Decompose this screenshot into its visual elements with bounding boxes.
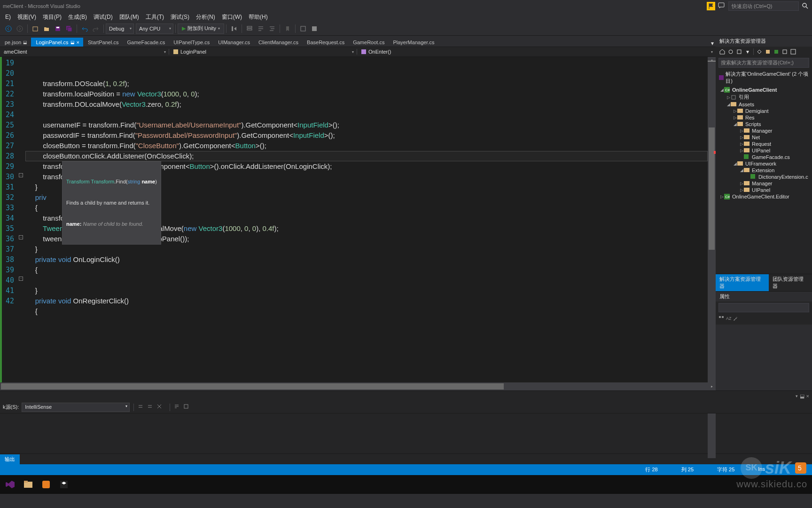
vertical-scrollbar[interactable]: ▴	[708, 57, 716, 382]
tree-toggle-icon[interactable]: ▷	[733, 115, 737, 120]
tree-toggle-icon[interactable]: ▷	[739, 188, 744, 192]
tree-item[interactable]: ▷Manager	[716, 127, 812, 134]
tree-item[interactable]: ▷引用	[716, 93, 812, 101]
redo-icon[interactable]	[91, 24, 101, 34]
filter-icon-2[interactable]	[773, 48, 780, 56]
tree-item[interactable]: ◢C#OnlineGameClient	[716, 87, 812, 93]
search-icon[interactable]	[802, 2, 808, 10]
tree-toggle-icon[interactable]: ▷	[739, 135, 744, 140]
tree-item[interactable]: ◢Scripts	[716, 121, 812, 127]
tab-overflow-icon[interactable]: ▾	[711, 40, 716, 47]
tree-item[interactable]: ▷Net	[716, 134, 812, 141]
tree-item[interactable]: DictionaryExtension.c	[716, 174, 812, 180]
fold-toggle[interactable]: −	[19, 277, 23, 281]
vs-taskbar-icon[interactable]	[3, 477, 18, 492]
dropdown-icon[interactable]: ▾	[796, 394, 798, 398]
app-taskbar-icon[interactable]	[39, 477, 54, 492]
explorer-taskbar-icon[interactable]	[21, 477, 36, 492]
properties-object-dropdown[interactable]	[718, 303, 809, 312]
document-tab[interactable]: pe.json⬓	[0, 38, 31, 47]
fold-toggle[interactable]: −	[19, 235, 23, 239]
clear-icon[interactable]	[156, 404, 166, 411]
menu-debug[interactable]: 调试(D)	[90, 12, 116, 22]
alphabetical-icon[interactable]: AZ	[726, 316, 731, 323]
tree-toggle-icon[interactable]: ▷	[733, 109, 737, 113]
feedback-icon[interactable]	[718, 2, 726, 10]
tree-toggle-icon[interactable]: ▷	[719, 194, 724, 199]
wrench-icon[interactable]	[733, 316, 738, 323]
bookmark-icon[interactable]	[282, 24, 293, 34]
output-source-dropdown[interactable]: IntelliSense	[22, 403, 130, 412]
document-tab[interactable]: LoginPanel.cs⬓×	[31, 38, 83, 47]
document-tab[interactable]: PlayerManager.cs	[388, 38, 438, 47]
tree-toggle-icon[interactable]: ◢	[733, 122, 737, 127]
menu-file[interactable]: E)	[2, 13, 14, 21]
tree-item[interactable]: ▷C#OnlineGameClient.Editor	[716, 193, 812, 200]
properties-icon[interactable]	[781, 48, 789, 56]
document-tab[interactable]: ClientManager.cs	[254, 38, 302, 47]
notification-flag-icon[interactable]	[707, 2, 715, 10]
output-content[interactable]	[0, 413, 812, 453]
quick-launch-input[interactable]: 快速启动 (Ctrl+Q)	[728, 1, 799, 11]
filter-icon-1[interactable]	[764, 48, 772, 56]
tree-item[interactable]: ◢Assets	[716, 101, 812, 108]
tree-toggle-icon[interactable]: ◢	[719, 87, 724, 92]
tree-item[interactable]: ◢UIFramework	[716, 160, 812, 167]
fold-toggle[interactable]: −	[19, 173, 23, 177]
tool-icon-2[interactable]	[309, 24, 320, 34]
find-icon[interactable]	[244, 24, 255, 34]
toggle-icon[interactable]	[183, 404, 193, 411]
home-icon[interactable]	[718, 48, 726, 56]
code-editor[interactable]: 1920212223242526272829303132333435363738…	[0, 57, 716, 382]
horizontal-scrollbar[interactable]: ▸	[0, 382, 716, 390]
new-project-icon[interactable]	[30, 24, 40, 34]
tree-item[interactable]: ▷Demigiant	[716, 108, 812, 114]
tool-icon-1[interactable]	[298, 24, 308, 34]
close-icon[interactable]: ×	[806, 393, 809, 399]
tree-toggle-icon[interactable]: ◢	[739, 168, 744, 173]
tree-toggle-icon[interactable]: ▷	[726, 95, 731, 100]
solution-node[interactable]: 解决方案'OnlineGameClient' (2 个项目)	[716, 69, 812, 87]
unity-taskbar-icon[interactable]	[56, 477, 71, 492]
tree-item[interactable]: ▷UIPanel	[716, 147, 812, 154]
configuration-dropdown[interactable]: Debug	[106, 24, 134, 34]
tab-team-explorer[interactable]: 团队资源管理器	[769, 274, 812, 291]
document-tab[interactable]: GameRoot.cs	[348, 38, 388, 47]
tree-toggle-icon[interactable]: ▷	[739, 128, 744, 133]
nav-forward-icon[interactable]	[15, 24, 25, 34]
nav-project-dropdown[interactable]: ameClient	[0, 49, 169, 55]
tab-output[interactable]: 输出	[0, 454, 20, 464]
tree-item[interactable]: ▷Res	[716, 114, 812, 121]
menu-view[interactable]: 视图(V)	[14, 12, 39, 22]
platform-dropdown[interactable]: Any CPU	[136, 24, 173, 34]
code-content[interactable]: transform.DOScale(1, 0.2f); transform.lo…	[25, 57, 708, 382]
tab-solution-explorer[interactable]: 解决方案资源管理器	[716, 274, 769, 291]
close-icon[interactable]: ×	[77, 40, 79, 45]
prev-msg-icon[interactable]	[138, 404, 147, 411]
tree-toggle-icon[interactable]: ▷	[739, 181, 744, 186]
tree-item[interactable]: ◢Extension	[716, 167, 812, 174]
pin-icon[interactable]: ⬓	[70, 40, 75, 45]
pin-icon[interactable]: ⬓	[800, 393, 804, 399]
document-tab[interactable]: UIPanelType.cs	[169, 38, 213, 47]
document-tab[interactable]: BaseRequest.cs	[302, 38, 348, 47]
tree-item[interactable]: ▷Manager	[716, 180, 812, 187]
tree-toggle-icon[interactable]: ▷	[739, 142, 744, 146]
menu-build[interactable]: 生成(B)	[65, 12, 90, 22]
nav-back-icon[interactable]	[3, 24, 14, 34]
tree-toggle-icon[interactable]: ◢	[726, 102, 731, 107]
tree-toggle-icon[interactable]: ▷	[739, 148, 744, 153]
scrollbar-thumb[interactable]	[709, 127, 715, 250]
refresh-icon[interactable]	[727, 48, 734, 56]
undo-icon[interactable]	[79, 24, 90, 34]
tree-toggle-icon[interactable]: ◢	[733, 161, 737, 166]
menu-help[interactable]: 帮助(H)	[245, 12, 271, 22]
step-icon[interactable]	[229, 24, 239, 34]
tree-item[interactable]: ▷UIPanel	[716, 187, 812, 193]
sync-icon[interactable]	[735, 48, 743, 56]
document-tab[interactable]: GameFacade.cs	[122, 38, 169, 47]
nav-member-dropdown[interactable]: OnEnter()	[357, 49, 716, 55]
document-tab[interactable]: UIManager.cs	[213, 38, 254, 47]
menu-team[interactable]: 团队(M)	[116, 12, 142, 22]
save-icon[interactable]	[53, 24, 63, 34]
